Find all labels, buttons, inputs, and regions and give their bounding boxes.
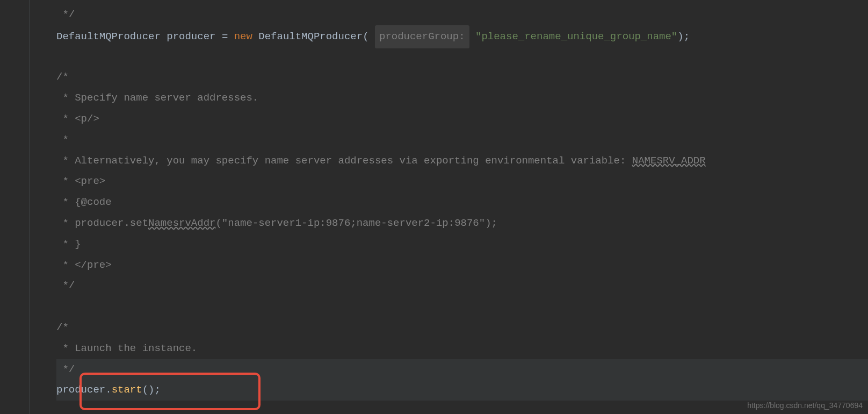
comment-text: * {@code [56, 196, 112, 208]
comment-text: * producer.set [56, 217, 148, 229]
code-line: * Launch the instance. [56, 338, 868, 359]
comment-text: ("name-server1-ip:9876;name-server2-ip:9… [215, 217, 497, 229]
code-line [56, 46, 868, 67]
paren: ( [363, 31, 375, 42]
watermark-text: https://blog.csdn.net/qq_34770694 [747, 401, 863, 410]
comment-text: */ [56, 280, 75, 291]
comment-text: */ [56, 9, 75, 20]
comment-text: * [56, 134, 69, 146]
code-line: * Alternatively, you may specify name se… [56, 151, 868, 172]
comment-text: */ [56, 363, 75, 375]
code-line: * } [56, 234, 868, 255]
method-call: start [112, 384, 142, 396]
code-editor: */ DefaultMQProducer producer = new Defa… [0, 0, 868, 414]
class-name: DefaultMQProducer [56, 31, 161, 42]
comment-identifier: NAMESRV_ADDR [632, 155, 706, 167]
code-line: * <pre> [56, 171, 868, 192]
parameter-hint: producerGroup: [375, 25, 469, 48]
code-line: * [56, 130, 868, 151]
keyword-new: new [228, 31, 258, 42]
comment-text: * Specify name server addresses. [56, 92, 258, 104]
comment-method: NamesrvAddr [148, 217, 215, 229]
code-line: * <p/> [56, 109, 868, 130]
code-line: * </pre> [56, 255, 868, 276]
code-line: */ [56, 359, 868, 380]
editor-gutter [0, 0, 30, 414]
dot: . [105, 384, 111, 396]
comment-text: * <pre> [56, 175, 105, 187]
paren: ); [677, 31, 690, 42]
code-line: */ [56, 4, 868, 25]
code-line: * producer.setNamesrvAddr("name-server1-… [56, 213, 868, 234]
comment-text: /* [56, 71, 69, 83]
code-line: /* [56, 317, 868, 338]
comment-text: * Launch the instance. [56, 342, 197, 354]
code-line: DefaultMQProducer producer = new Default… [56, 25, 868, 46]
operator: = [222, 31, 228, 42]
code-line: /* [56, 67, 868, 88]
comment-text: * Alternatively, you may specify name se… [56, 155, 632, 167]
string-literal: "please_rename_unique_group_name" [475, 31, 677, 42]
comment-text: * </pre> [56, 259, 112, 271]
code-line: */ [56, 275, 868, 296]
code-line: * Specify name server addresses. [56, 88, 868, 109]
code-line: * {@code [56, 192, 868, 213]
code-line [56, 296, 868, 317]
comment-text: /* [56, 322, 69, 333]
paren: (); [142, 384, 161, 396]
constructor-name: DefaultMQProducer [258, 31, 363, 42]
code-area[interactable]: */ DefaultMQProducer producer = new Defa… [30, 0, 868, 414]
comment-text: * } [56, 238, 81, 250]
object-ref: producer [56, 384, 105, 396]
variable: producer [161, 31, 222, 42]
comment-text: * <p/> [56, 113, 99, 125]
code-line: producer.start(); [56, 380, 868, 401]
space [469, 31, 475, 42]
